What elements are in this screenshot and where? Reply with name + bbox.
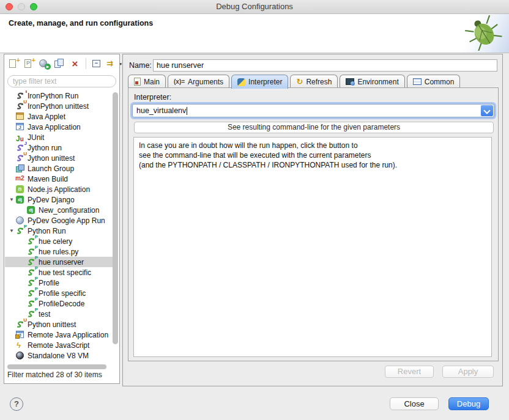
tree-item-python-run[interactable]: ▼PPython Run [5,226,113,236]
tree-item-label: Jython run [28,144,62,152]
tab-refresh[interactable]: ↻Refresh [290,75,338,88]
tree-item-python-unittest[interactable]: UPython unittest [5,319,113,330]
tab-label: Arguments [188,78,223,86]
expand-arrow-icon[interactable]: ▼ [7,197,15,202]
close-button[interactable]: Close [390,397,439,410]
export-launch-configurations-button[interactable]: ▶ [38,57,51,70]
text-caret [187,107,187,115]
new-launch-configuration-button[interactable]: + [7,57,20,70]
editor-tabs: Main(x)=ArgumentsInterpreter↻RefreshEnvi… [128,75,460,88]
remote-javascript-icon: ϟ [15,341,25,350]
tab-main[interactable]: Main [128,75,166,88]
help-button[interactable]: ? [10,397,23,411]
see-commandline-button[interactable]: See resulting command-line for the given… [134,122,494,133]
tab-label: Interpreter [248,78,282,86]
tree-item-java-applet[interactable]: Java Applet [5,111,113,122]
tree-item-hue-runserver[interactable]: Phue runserver [5,257,113,267]
configuration-tree: IIronPython RunUIronPython unittestJava … [5,90,113,363]
title-bar: Debug Configurations [0,0,509,14]
interpreter-tab-panel: Interpreter: hue_virtualenv See resultin… [128,87,499,361]
v8-vm-icon [15,351,25,360]
tree-item-pydev-django[interactable]: ▼djPyDev Django [5,194,113,205]
tree-item-label: Jython unittest [28,154,75,163]
configurations-sidebar: +P+▶×−⇉▾ IIronPython RunUIronPython unit… [4,54,120,384]
debug-button[interactable]: Debug [448,397,489,410]
tree-item-label: ProfileDecode [39,300,84,308]
tree-item-jython-run[interactable]: JJython run [5,142,113,153]
tree-item-node-js-application[interactable]: nNode.js Application [5,184,113,194]
chevron-down-icon [483,107,490,114]
tree-item-label: IronPython unittest [28,102,89,111]
common-tab-icon [413,78,422,85]
tree-item-remote-java-application[interactable]: JRemote Java Application [5,330,113,340]
tree-item-remote-javascript[interactable]: ϟRemote JavaScript [5,340,113,350]
tree-item-ironpython-unittest[interactable]: UIronPython unittest [5,101,113,111]
tab-label: Environment [357,78,398,86]
tree-item-label: Remote JavaScript [28,341,89,350]
expand-arrow-icon[interactable]: ▼ [7,228,15,234]
info-line: see the command-line that will be execut… [139,150,486,160]
tree-item-jython-unittest[interactable]: UJython unittest [5,153,113,163]
tab-environment[interactable]: Environment [340,75,404,88]
jython-unittest-icon: U [15,153,25,163]
tree-vertical-scrollbar[interactable] [113,92,118,344]
tree-item-new-configuration[interactable]: djNew_configuration [5,205,113,215]
tree-item-label: New_configuration [39,206,99,215]
tree-item-label: JUnit [28,133,44,142]
delete-launch-configuration-button[interactable]: × [69,57,81,70]
tree-item-junit[interactable]: JuJUnit [5,132,113,142]
interpreter-label: Interpreter: [134,93,171,101]
tree-item-profiledecode[interactable]: PProfileDecode [5,298,113,309]
tree-item-hue-rules-py[interactable]: Phue rules.py [5,246,113,257]
tree-horizontal-scrollbar[interactable] [7,364,106,369]
configuration-editor: Name: Main(x)=ArgumentsInterpreter↻Refre… [122,54,503,386]
tree-item-label: Python Run [28,227,66,235]
revert-button[interactable]: Revert [385,366,434,378]
duplicate-launch-configuration-button[interactable] [53,57,66,70]
toolbar-buttons: +P+▶×−⇉▾ [7,56,122,71]
tree-item-maven-build[interactable]: m2Maven Build [5,174,113,184]
refresh-tab-icon: ↻ [296,78,303,86]
tree-item-label: PyDev Google App Run [28,216,105,225]
tree-item-test[interactable]: Ptest [5,309,113,319]
tree-item-hue-celery[interactable]: Phue celery [5,236,113,246]
tree-item-ironpython-run[interactable]: IIronPython Run [5,90,113,101]
tree-item-label: Standalone V8 VM [28,352,89,360]
remote-java-icon: J [15,330,25,339]
arguments-tab-icon: (x)= [174,78,185,85]
window-title: Debug Configurations [0,2,509,11]
tree-item-java-application[interactable]: JJava Application [5,122,113,132]
debug-bug-icon [465,15,503,51]
main-tab-icon [134,78,141,86]
filter-launch-configurations-button[interactable]: ⇉▾ [106,57,122,70]
tab-interpreter[interactable]: Interpreter [231,75,288,89]
tree-item-standalone-v8-vm[interactable]: Standalone V8 VM [5,350,113,361]
tree-item-label: Profile specific [39,289,86,298]
tab-label: Common [425,78,455,86]
apply-button[interactable]: Apply [442,366,494,378]
ironpython-unittest-icon: U [15,101,25,111]
tab-arguments[interactable]: (x)=Arguments [168,75,229,88]
dialog-header: Create, manage, and run configurations [0,14,509,53]
tree-item-label: IronPython Run [28,92,78,100]
interpreter-combo[interactable]: hue_virtualenv [132,104,494,117]
filter-input[interactable] [7,75,116,87]
tree-item-label: Maven Build [28,175,68,183]
tree-item-profile[interactable]: PProfile [5,278,113,288]
tab-common[interactable]: Common [407,75,461,88]
launch-group-icon [15,164,25,173]
environment-tab-icon [346,78,354,85]
tree-item-hue-test-specific[interactable]: Phue test specific [5,267,113,278]
debug-configurations-dialog: Debug Configurations Create, manage, and… [0,0,509,420]
python-tab-icon [237,78,245,86]
tree-item-launch-group[interactable]: Launch Group [5,163,113,174]
name-input[interactable] [153,59,497,72]
combo-dropdown-button[interactable] [481,105,493,116]
collapse-all-button[interactable]: − [91,57,103,70]
new-launch-prototype-button[interactable]: P+ [23,57,35,70]
tree-item-pydev-google-app-run[interactable]: PyDev Google App Run [5,215,113,226]
filter-status-text: Filter matched 28 of 30 items [7,370,102,379]
name-label: Name: [129,61,152,70]
tree-item-label: hue runserver [39,258,84,267]
tree-item-profile-specific[interactable]: PProfile specific [5,288,113,298]
